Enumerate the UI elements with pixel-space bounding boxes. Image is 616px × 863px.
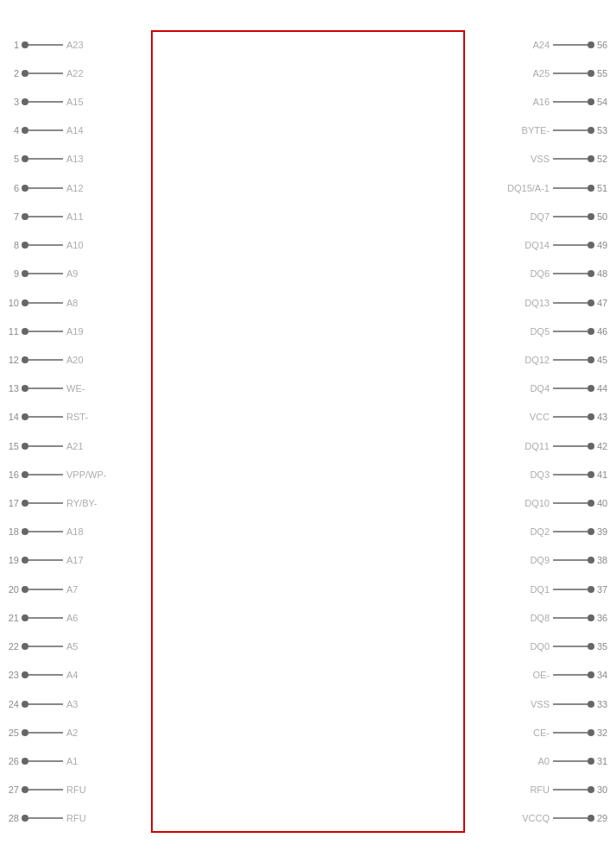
pin-number: 32 [597, 728, 616, 738]
pin-dot [22, 758, 28, 765]
pin-label: VCC [530, 412, 553, 422]
pin-label: DQ14 [525, 240, 553, 250]
right-pin-row: 38DQ9 [465, 551, 616, 569]
pin-line [553, 244, 588, 246]
pin-number: 50 [597, 211, 616, 222]
pin-label: CE- [533, 728, 553, 738]
pin-number: 27 [0, 784, 19, 795]
pin-dot [22, 443, 28, 450]
right-pin-row: 34OE- [465, 666, 616, 683]
left-pin-row: 4A14 [0, 122, 151, 139]
pin-number: 1 [0, 40, 19, 50]
pin-number: 30 [597, 784, 616, 795]
pin-number: 18 [0, 526, 19, 537]
left-pin-row: 17RY/BY- [0, 494, 151, 512]
pin-line [553, 732, 588, 734]
pin-dot [22, 242, 28, 249]
pin-dot [22, 471, 28, 478]
pin-label: A6 [63, 613, 78, 623]
pin-dot [22, 586, 28, 593]
pin-number: 40 [597, 498, 616, 508]
pin-line [553, 44, 588, 46]
pin-line [553, 531, 588, 532]
pin-line [28, 359, 63, 361]
pin-label: A0 [538, 756, 553, 766]
right-pin-row: 42DQ11 [465, 438, 616, 455]
pin-line [28, 216, 63, 217]
pin-number: 28 [0, 813, 19, 823]
pin-number: 43 [597, 412, 616, 422]
pin-number: 15 [0, 441, 19, 451]
right-pin-row: 47DQ13 [465, 294, 616, 312]
left-pin-row: 20A7 [0, 581, 151, 598]
pin-dot [22, 500, 28, 507]
pin-number: 45 [597, 355, 616, 365]
left-pin-row: 15A21 [0, 438, 151, 455]
pin-line [28, 387, 63, 389]
pin-number: 22 [0, 641, 19, 652]
pin-number: 21 [0, 613, 19, 623]
pin-dot [22, 815, 28, 822]
pin-label: A16 [532, 97, 553, 107]
pin-line [28, 732, 63, 734]
pin-line [28, 817, 63, 819]
right-pin-row: 39DQ2 [465, 523, 616, 540]
pin-line [28, 416, 63, 418]
pin-dot [588, 385, 594, 392]
pin-label: A7 [63, 584, 78, 595]
left-pin-row: 9A9 [0, 265, 151, 282]
left-pin-row: 10A8 [0, 294, 151, 312]
right-pin-row: 55A25 [465, 65, 616, 82]
pin-line [553, 760, 588, 762]
pin-label: A15 [63, 97, 84, 107]
pin-label: DQ5 [530, 326, 553, 337]
pin-number: 24 [0, 699, 19, 709]
pin-dot [588, 155, 594, 162]
pin-dot [22, 643, 28, 650]
pin-number: 34 [597, 670, 616, 680]
pin-line [553, 158, 588, 160]
pin-label: DQ6 [530, 268, 553, 279]
pin-label: A13 [63, 154, 84, 164]
pin-line [553, 359, 588, 361]
pin-number: 6 [0, 183, 19, 193]
pin-dot [588, 356, 594, 363]
left-pin-row: 6A12 [0, 180, 151, 197]
pin-dot [588, 328, 594, 335]
pin-number: 33 [597, 699, 616, 709]
pin-dot [22, 385, 28, 392]
pin-line [553, 445, 588, 447]
pin-label: RST- [63, 412, 88, 422]
pin-number: 39 [597, 526, 616, 537]
pin-dot [588, 614, 594, 621]
pin-label: A12 [63, 183, 84, 193]
pin-number: 5 [0, 154, 19, 164]
left-pin-row: 24A3 [0, 696, 151, 713]
pin-label: A10 [63, 240, 84, 250]
left-pin-row: 22A5 [0, 638, 151, 655]
pin-line [28, 502, 63, 504]
pin-dot [588, 413, 594, 420]
pin-number: 8 [0, 240, 19, 250]
pin-dot [22, 528, 28, 535]
left-pin-row: 23A4 [0, 666, 151, 683]
pin-label: A23 [63, 40, 84, 50]
pin-label: A22 [63, 68, 84, 79]
pin-line [553, 646, 588, 647]
pin-label: A19 [63, 326, 84, 337]
right-pin-row: 40DQ10 [465, 494, 616, 512]
pin-line [28, 445, 63, 447]
pin-label: BYTE- [522, 125, 553, 135]
right-pin-row: 45DQ12 [465, 351, 616, 369]
pin-label: A24 [532, 40, 553, 50]
right-pin-row: 43VCC [465, 408, 616, 425]
pin-dot [588, 299, 594, 306]
pin-dot [22, 786, 28, 793]
pin-dot [588, 786, 594, 793]
right-pin-row: 46DQ5 [465, 323, 616, 340]
pin-label: A25 [532, 68, 553, 79]
left-pin-row: 1A23 [0, 36, 151, 54]
pin-label: DQ10 [525, 498, 553, 508]
right-pin-row: 30RFU [465, 781, 616, 798]
pin-line [28, 589, 63, 590]
